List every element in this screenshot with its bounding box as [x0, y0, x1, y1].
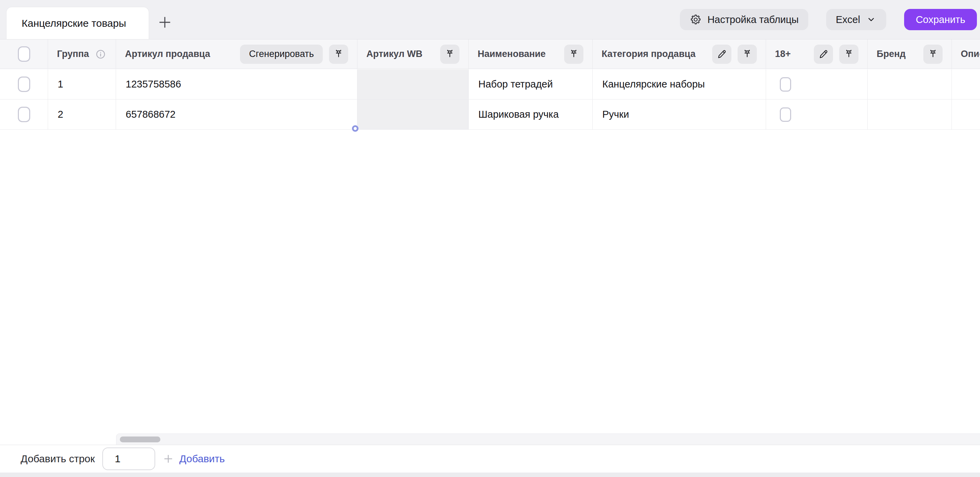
header-description-cell: Описание	[952, 40, 980, 69]
edit-icon	[716, 49, 727, 60]
category-cell[interactable]: Канцелярские наборы	[593, 69, 766, 99]
toolbar: Настройка таблицы Excel Сохранить	[680, 9, 977, 30]
tab-active[interactable]: Канцелярские товары	[6, 7, 149, 40]
gear-icon	[689, 13, 702, 26]
edit-icon	[818, 49, 829, 60]
name-cell[interactable]: Набор тетрадей	[469, 69, 593, 99]
table-header-row: Группа Артикул продавца Сгенерировать Ар…	[0, 39, 980, 69]
add-rows-button-label: Добавить	[179, 453, 225, 464]
pin-icon	[444, 49, 455, 60]
pin-icon	[843, 49, 854, 60]
info-icon[interactable]	[95, 49, 106, 60]
pin-icon	[333, 49, 344, 60]
edit-column-button[interactable]	[712, 44, 732, 64]
vendor-code-cell[interactable]: 1235758586	[116, 69, 358, 99]
description-cell[interactable]	[952, 100, 980, 129]
tab-bar: Канцелярские товары Настройка таблицы Ex…	[0, 0, 980, 39]
horizontal-scrollbar-track[interactable]	[116, 433, 980, 445]
select-all-checkbox[interactable]	[18, 46, 30, 62]
adult-checkbox[interactable]	[780, 108, 791, 122]
wb-code-cell	[358, 100, 469, 129]
header-group-cell: Группа	[48, 40, 116, 69]
brand-cell[interactable]	[868, 69, 952, 99]
pin-column-button[interactable]	[923, 44, 943, 64]
description-cell[interactable]	[952, 69, 980, 99]
name-cell[interactable]: Шариковая ручка	[469, 100, 593, 129]
header-description-label: Описание	[961, 49, 980, 59]
add-rows-button[interactable]: Добавить	[162, 453, 225, 465]
header-wb-code-cell: Артикул WB	[358, 40, 469, 69]
generate-button[interactable]: Сгенерировать	[240, 44, 323, 64]
adult-cell	[766, 100, 868, 129]
header-vendor-code-cell: Артикул продавца Сгенерировать	[116, 40, 358, 69]
rows-count-input[interactable]	[102, 447, 155, 470]
header-select-cell	[0, 40, 48, 69]
pin-icon	[568, 49, 579, 60]
group-cell[interactable]: 2	[48, 100, 116, 129]
header-adult-label: 18+	[775, 49, 791, 59]
row-checkbox[interactable]	[18, 76, 30, 92]
pin-column-button[interactable]	[564, 44, 584, 64]
excel-label: Excel	[836, 14, 860, 25]
header-name-label: Наименование	[478, 49, 546, 59]
horizontal-scrollbar-thumb[interactable]	[120, 436, 161, 442]
chevron-down-icon	[865, 14, 877, 25]
save-button[interactable]: Сохранить	[904, 9, 977, 30]
header-wb-code-label: Артикул WB	[366, 49, 422, 59]
footer-bar: Добавить строк Добавить	[0, 445, 980, 472]
table-settings-button[interactable]: Настройка таблицы	[680, 9, 808, 30]
category-cell[interactable]: Ручки	[593, 100, 766, 129]
plus-icon	[157, 15, 172, 30]
pin-column-button[interactable]	[440, 44, 460, 64]
adult-checkbox[interactable]	[780, 77, 791, 92]
row-checkbox[interactable]	[18, 107, 30, 122]
pin-icon	[928, 49, 939, 60]
brand-cell[interactable]	[868, 100, 952, 129]
pin-column-button[interactable]	[329, 44, 348, 64]
header-brand-label: Бренд	[877, 49, 905, 59]
add-rows-label: Добавить строк	[21, 453, 95, 464]
header-category-label: Категория продавца	[601, 49, 695, 59]
header-adult-cell: 18+	[766, 40, 868, 69]
group-cell[interactable]: 1	[48, 69, 116, 99]
row-select-cell	[0, 69, 48, 99]
pin-column-button[interactable]	[738, 44, 757, 64]
header-category-cell: Категория продавца	[593, 40, 766, 69]
table-row: 2 657868672 Шариковая ручка Ручки	[0, 100, 980, 130]
bottom-edge-strip	[0, 472, 980, 477]
header-vendor-code-label: Артикул продавца	[125, 49, 210, 59]
edit-column-button[interactable]	[814, 44, 833, 64]
header-group-label: Группа	[57, 49, 89, 59]
save-label: Сохранить	[916, 14, 965, 25]
row-select-cell	[0, 100, 48, 129]
table-row: 1 1235758586 Набор тетрадей Канцелярские…	[0, 69, 980, 100]
pin-column-button[interactable]	[839, 44, 858, 64]
adult-cell	[766, 69, 868, 99]
vendor-code-cell[interactable]: 657868672	[116, 100, 358, 129]
plus-icon	[162, 453, 175, 465]
excel-dropdown-button[interactable]: Excel	[826, 9, 886, 30]
header-brand-cell: Бренд	[868, 40, 952, 69]
add-tab-button[interactable]	[155, 13, 175, 32]
table-settings-label: Настройка таблицы	[707, 14, 799, 25]
header-name-cell: Наименование	[469, 40, 593, 69]
pin-icon	[742, 49, 752, 60]
cell-fill-handle[interactable]	[352, 125, 358, 132]
tab-label: Канцелярские товары	[22, 17, 126, 29]
wb-code-cell	[358, 69, 469, 99]
